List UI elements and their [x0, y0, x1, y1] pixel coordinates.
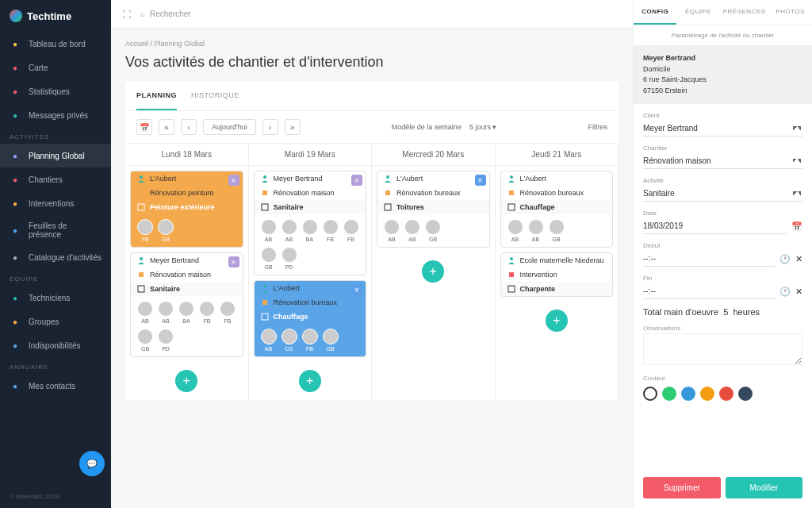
- delete-button[interactable]: Supprimer: [643, 477, 721, 498]
- activity-card[interactable]: ×L'AubertRénovation bureauxToituresABABG…: [377, 171, 490, 248]
- color-swatch[interactable]: [738, 387, 753, 401]
- avatar[interactable]: GB: [425, 219, 441, 242]
- color-swatch[interactable]: [662, 387, 676, 401]
- first-button[interactable]: «: [159, 119, 174, 135]
- expand-icon[interactable]: ⛶: [122, 10, 131, 19]
- logo-icon: [10, 10, 22, 22]
- color-swatch[interactable]: [643, 387, 657, 401]
- avatar[interactable]: GB: [261, 247, 277, 270]
- search-placeholder: Rechercher: [150, 10, 191, 18]
- rtab-config[interactable]: CONFIG: [634, 0, 676, 25]
- chantier-select[interactable]: Rénovation maison: [643, 153, 802, 169]
- sidebar-item[interactable]: ●Catalogue d'activités: [0, 245, 111, 269]
- last-button[interactable]: »: [285, 119, 301, 135]
- sidebar-item[interactable]: ●Techniciens: [0, 286, 111, 310]
- chat-bubble-button[interactable]: 💬: [79, 451, 105, 476]
- stats-icon: ●: [10, 86, 21, 97]
- color-swatch[interactable]: [681, 387, 695, 401]
- avatar[interactable]: FB: [343, 219, 359, 242]
- avatar[interactable]: BA: [302, 219, 318, 242]
- avatar[interactable]: AB: [261, 219, 277, 242]
- close-icon[interactable]: ×: [228, 175, 239, 186]
- sidebar-item[interactable]: ●Messages privés: [0, 103, 111, 127]
- sidebar-item[interactable]: ●Carte: [0, 56, 111, 79]
- search[interactable]: ⌕ Rechercher: [140, 10, 191, 18]
- rtab-photos[interactable]: PHOTOS: [769, 0, 812, 25]
- clear-debut[interactable]: ✕: [795, 254, 802, 264]
- activity-card[interactable]: ×L'AubertRénovation bureauxChauffageABCG…: [254, 280, 367, 357]
- avatar[interactable]: GB: [158, 219, 174, 242]
- debut-label: Début: [643, 242, 802, 249]
- avatar[interactable]: FB: [302, 329, 318, 352]
- sidebar-item[interactable]: ●Tableau de bord: [0, 32, 111, 56]
- add-activity-button[interactable]: +: [422, 260, 444, 283]
- add-activity-button[interactable]: +: [175, 370, 197, 392]
- breadcrumb-home[interactable]: Accueil: [125, 40, 148, 48]
- activity-card[interactable]: ×L'AubertRénovation peinturePeinture ext…: [130, 171, 243, 248]
- filters-link[interactable]: Filtres: [588, 123, 608, 131]
- tab-historique[interactable]: HISTORIQUE: [191, 82, 239, 110]
- sidebar-item[interactable]: ●Interventions: [0, 191, 111, 215]
- add-activity-button[interactable]: +: [546, 310, 568, 332]
- avatar[interactable]: BA: [178, 301, 194, 324]
- activity-card[interactable]: ×Meyer BertrandRénovation maisonSanitair…: [254, 171, 367, 275]
- clear-fin[interactable]: ✕: [795, 287, 802, 297]
- fin-input[interactable]: [643, 283, 775, 299]
- avatar[interactable]: CG: [282, 329, 297, 352]
- avatar[interactable]: PD: [282, 247, 297, 270]
- avatar[interactable]: AB: [282, 219, 297, 242]
- sidebar-item[interactable]: ●Feuilles de présence: [0, 215, 111, 245]
- week-model-select[interactable]: 5 jours ▾: [469, 123, 497, 131]
- activity-card[interactable]: ×Meyer BertrandRénovation maisonSanitair…: [130, 252, 243, 357]
- avatar[interactable]: FB: [199, 301, 215, 324]
- contact-line1: Domicile: [643, 64, 802, 75]
- avatar[interactable]: GB: [323, 329, 339, 352]
- avatar[interactable]: AB: [158, 301, 174, 324]
- today-button[interactable]: Aujourd'hui: [203, 119, 256, 135]
- obs-textarea[interactable]: [643, 333, 802, 365]
- rtab-presences[interactable]: PRÉSENCES: [720, 0, 769, 25]
- avatar[interactable]: GB: [549, 219, 565, 242]
- close-icon[interactable]: ×: [351, 175, 362, 186]
- avatar[interactable]: FB: [323, 219, 339, 242]
- tab-planning[interactable]: PLANNING: [136, 82, 177, 110]
- sidebar-item[interactable]: ●Planning Global: [0, 144, 111, 167]
- avatar[interactable]: AB: [137, 301, 153, 324]
- client-select[interactable]: Meyer Bertrand: [643, 121, 802, 137]
- clock-icon[interactable]: 🕐: [779, 254, 791, 264]
- debut-input[interactable]: [643, 251, 775, 267]
- avatar[interactable]: AB: [508, 219, 523, 242]
- avatar[interactable]: AB: [261, 329, 277, 352]
- color-swatch[interactable]: [700, 387, 714, 401]
- next-button[interactable]: ›: [262, 119, 278, 135]
- activite-select[interactable]: Sanitaire: [643, 186, 802, 202]
- sidebar-item[interactable]: ●Chantiers: [0, 167, 111, 191]
- sidebar-item[interactable]: ●Indisponibilités: [0, 333, 111, 357]
- contact-icon: ●: [10, 380, 21, 391]
- modify-button[interactable]: Modifier: [726, 477, 803, 498]
- rtab-equipe[interactable]: ÉQUIPE: [676, 0, 719, 25]
- avatar[interactable]: AB: [528, 219, 544, 242]
- avatar[interactable]: AB: [404, 219, 420, 242]
- close-icon[interactable]: ×: [475, 175, 486, 186]
- close-icon[interactable]: ×: [351, 284, 362, 295]
- activity-card[interactable]: L'AubertRénovation bureauxChauffageABABG…: [500, 171, 614, 248]
- avatar[interactable]: FB: [137, 219, 153, 242]
- avatar[interactable]: FB: [220, 301, 236, 324]
- close-icon[interactable]: ×: [228, 256, 239, 267]
- calendar-picker-icon[interactable]: 📅: [791, 221, 802, 232]
- avatar[interactable]: GB: [137, 329, 153, 352]
- clock-icon[interactable]: 🕐: [779, 287, 791, 297]
- sidebar-item[interactable]: ●Mes contacts: [0, 374, 111, 398]
- activity-card[interactable]: Ecole maternelle NiederauInterventionCha…: [500, 252, 614, 297]
- wrench-icon: [508, 271, 515, 279]
- prev-button[interactable]: ‹: [181, 119, 197, 135]
- avatar[interactable]: AB: [384, 219, 400, 242]
- calendar-icon[interactable]: 📅: [136, 119, 152, 135]
- date-input[interactable]: [643, 218, 787, 234]
- avatar[interactable]: PD: [158, 329, 174, 352]
- sidebar-item[interactable]: ●Statistiques: [0, 79, 111, 103]
- add-activity-button[interactable]: +: [299, 370, 321, 392]
- color-swatch[interactable]: [719, 387, 733, 401]
- sidebar-item[interactable]: ●Groupes: [0, 310, 111, 333]
